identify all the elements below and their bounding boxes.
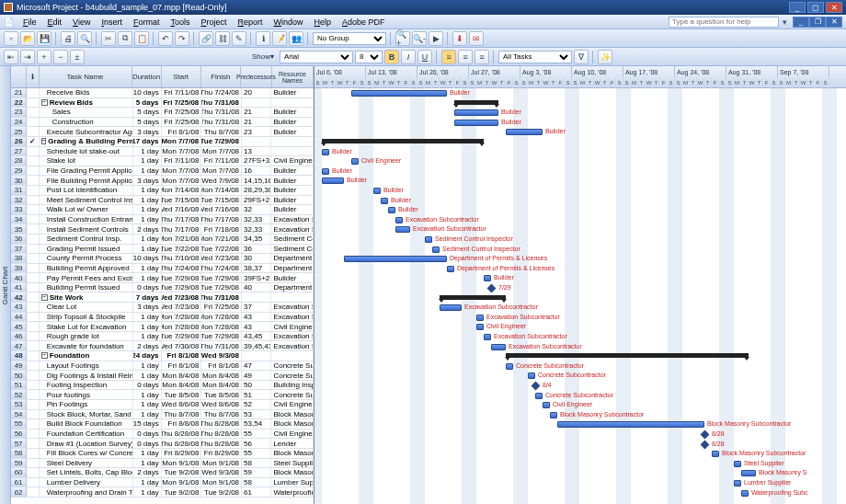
predecessors-cell[interactable]: 20 <box>242 88 271 97</box>
task-name-cell[interactable]: Footing Inspection <box>40 381 134 390</box>
duration-cell[interactable]: 0 days <box>133 430 161 439</box>
minimize-button[interactable]: _ <box>789 2 806 13</box>
task-name-cell[interactable]: File Building Permit Application <box>40 176 134 185</box>
task-name-cell[interactable]: Walk Lot w/ Owner <box>40 205 134 214</box>
start-cell[interactable]: Mon 7/14/08 <box>162 186 202 195</box>
start-cell[interactable]: Mon 7/21/08 <box>162 235 202 244</box>
task-name-cell[interactable]: Excavate for foundation <box>40 341 134 350</box>
duration-cell[interactable]: 1 day <box>133 332 161 341</box>
task-bar[interactable] <box>712 451 719 457</box>
menu-help[interactable]: Help <box>309 17 337 27</box>
duration-cell[interactable]: 1 day <box>133 235 161 244</box>
finish-cell[interactable]: Mon 8/4/08 <box>201 381 242 390</box>
task-bar[interactable] <box>395 226 410 233</box>
task-bar[interactable] <box>528 372 535 379</box>
row-number[interactable]: 21 <box>11 88 27 97</box>
table-row[interactable]: 59Steel Delivery1 dayMon 9/1/08Mon 9/1/0… <box>11 459 314 469</box>
task-bar[interactable] <box>484 334 491 340</box>
task-name-cell[interactable]: Install Construction Entrance <box>40 215 134 224</box>
duration-cell[interactable]: 5 days <box>133 108 161 117</box>
resource-cell[interactable]: Builder <box>271 127 314 136</box>
predecessors-cell[interactable]: 53 <box>242 410 271 419</box>
menu-insert[interactable]: Insert <box>96 17 128 27</box>
autofilter-button[interactable]: ∇ <box>574 50 589 64</box>
resource-cell[interactable]: Builder <box>271 205 314 214</box>
resource-cell[interactable]: Department <box>271 254 314 263</box>
finish-cell[interactable]: Fri 7/18/08 <box>201 224 242 234</box>
predecessors-cell[interactable]: 50 <box>242 381 271 390</box>
task-name-cell[interactable]: Stock Block, Mortar, Sand <box>40 410 134 419</box>
resource-cell[interactable]: Block Mason <box>271 419 314 429</box>
task-name-cell[interactable]: Layout Footings <box>40 361 134 371</box>
table-row[interactable]: 41Building Permit Issued0 daysTue 7/29/0… <box>11 283 314 293</box>
task-bar[interactable] <box>381 198 388 204</box>
row-number[interactable]: 37 <box>11 245 27 254</box>
close-button[interactable]: ✕ <box>826 2 842 13</box>
header-resources[interactable]: Resource Names <box>272 66 314 87</box>
finish-cell[interactable]: Tue 7/29/08 <box>201 137 242 146</box>
row-number[interactable]: 53 <box>11 400 27 409</box>
row-number[interactable]: 28 <box>11 156 27 166</box>
table-row[interactable]: 21Receive Bids10 daysFri 7/11/08Thu 7/24… <box>11 88 314 98</box>
week-header[interactable]: Aug 10, '08 <box>572 66 623 77</box>
table-row[interactable]: 43Clear Lot3 daysWed 7/23/08Fri 7/25/083… <box>11 303 314 313</box>
start-cell[interactable]: Tue 7/29/08 <box>162 273 202 282</box>
zoom-out-button[interactable]: 🔍- <box>412 31 427 46</box>
finish-cell[interactable]: Tue 7/29/08 <box>201 273 242 282</box>
filter-select[interactable]: All Tasks <box>498 51 572 63</box>
task-name-cell[interactable]: County Permit Process <box>40 254 134 263</box>
week-header[interactable]: Aug 3, '08 <box>520 66 572 77</box>
zoom-in-button[interactable]: 🔍+ <box>395 31 410 46</box>
resource-cell[interactable]: Civil Enginee <box>271 400 314 409</box>
finish-cell[interactable]: Thu 7/17/08 <box>201 215 242 224</box>
row-number[interactable]: 58 <box>11 449 27 458</box>
finish-cell[interactable]: Wed 8/6/08 <box>201 400 242 409</box>
view-bar[interactable]: Gantt Chart <box>0 66 11 504</box>
start-cell[interactable]: Fri 7/25/08 <box>162 118 202 127</box>
resource-cell[interactable]: Building Insp <box>271 381 314 390</box>
predecessors-cell[interactable]: 43 <box>242 313 271 322</box>
duration-cell[interactable]: 1 day <box>133 459 161 468</box>
start-cell[interactable]: Thu 7/24/08 <box>162 264 202 273</box>
table-row[interactable]: 22−Review Bids5 daysFri 7/25/08Thu 7/31/… <box>11 98 314 109</box>
row-number[interactable]: 35 <box>11 224 27 234</box>
table-row[interactable]: 61Lumber Delivery1 dayMon 9/1/08Mon 9/1/… <box>11 478 314 488</box>
maximize-button[interactable]: ▢ <box>807 2 824 13</box>
duration-cell[interactable]: 1 day <box>133 196 161 205</box>
align-left-button[interactable]: ≡ <box>441 50 456 64</box>
duration-cell[interactable]: 1 day <box>133 400 161 409</box>
start-cell[interactable]: Mon 9/1/08 <box>162 459 202 468</box>
table-row[interactable]: 42−Site Work7 daysWed 7/23/08Thu 7/31/08 <box>11 292 314 303</box>
start-cell[interactable]: Tue 8/5/08 <box>162 390 202 399</box>
row-number[interactable]: 51 <box>11 381 27 390</box>
row-number[interactable]: 43 <box>11 303 27 312</box>
milestone-icon[interactable] <box>487 284 497 293</box>
header-taskname[interactable]: Task Name <box>40 66 132 87</box>
table-row[interactable]: 26✓−Grading & Building Permits17 daysMon… <box>11 137 314 147</box>
duration-cell[interactable]: 5 days <box>133 98 162 108</box>
duration-cell[interactable]: 2 days <box>133 224 161 234</box>
predecessors-cell[interactable]: 13 <box>242 147 271 156</box>
table-row[interactable]: 52Pour footings1 dayTue 8/5/08Tue 8/5/08… <box>11 390 314 400</box>
predecessors-cell[interactable]: 39,45,43,46 <box>242 341 271 350</box>
task-name-cell[interactable]: Stake lot <box>40 156 134 166</box>
predecessors-cell[interactable]: 56 <box>242 439 271 448</box>
finish-cell[interactable]: Mon 7/28/08 <box>201 313 242 322</box>
start-cell[interactable]: Mon 8/4/08 <box>162 381 202 390</box>
resource-cell[interactable]: Sediment Co <box>271 245 314 254</box>
duration-cell[interactable]: 1 day <box>133 205 161 214</box>
bold-button[interactable]: B <box>384 50 399 64</box>
doc-close-button[interactable]: ✕ <box>826 17 842 28</box>
menu-tools[interactable]: Tools <box>165 17 195 27</box>
font-size-select[interactable]: 8 <box>355 51 383 63</box>
task-bar[interactable] <box>351 158 359 165</box>
row-number[interactable]: 55 <box>11 419 27 429</box>
row-number[interactable]: 52 <box>11 390 27 399</box>
resource-cell[interactable]: Concrete Su <box>271 371 314 380</box>
duration-cell[interactable]: 2 days <box>133 468 161 477</box>
resource-cell[interactable]: Block Mason <box>271 468 314 477</box>
table-row[interactable]: 37Grading Permit Issued1 dayTue 7/22/08T… <box>11 245 314 255</box>
duration-cell[interactable]: 0 days <box>133 439 161 448</box>
row-number[interactable]: 26 <box>11 137 27 146</box>
table-row[interactable]: 31Post Lot Identification1 dayMon 7/14/0… <box>11 186 314 196</box>
